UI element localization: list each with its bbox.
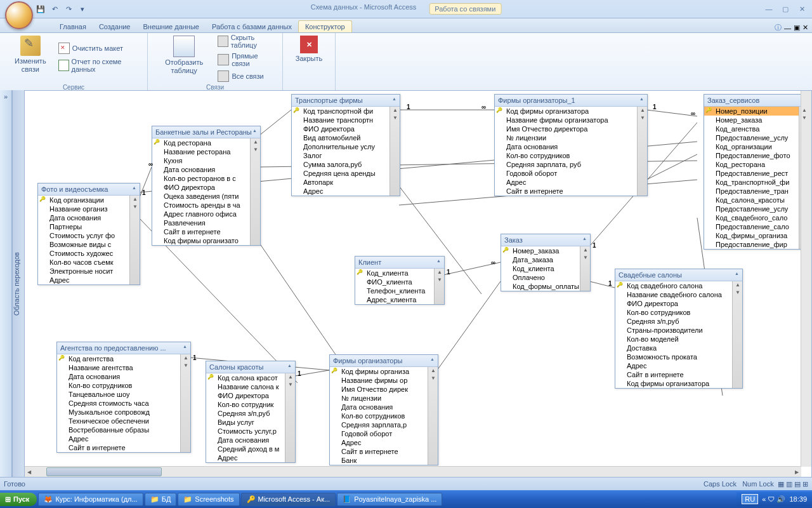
field[interactable]: Название транспортн [292,116,400,124]
field[interactable]: Средняя з/п,руб [615,317,742,326]
clear-layout-button[interactable]: Очистить макет [57,41,143,55]
task-folder-screenshots[interactable]: 📁Screenshots [178,493,239,506]
field[interactable]: Автопарк [292,178,400,187]
table-salon[interactable]: Салоны красотыКод салона красотНазвание … [206,361,296,463]
field[interactable]: Кол-во сотрудников [495,151,647,160]
field[interactable]: Код салона красот [206,373,295,382]
field[interactable]: Название свадебного салона [615,290,742,299]
field[interactable]: Код свадебного салона [615,281,742,290]
field[interactable]: Кол-во сотрудников [57,381,190,390]
table-header[interactable]: Заказ [501,234,590,246]
field[interactable]: Сайт в интернете [152,227,260,236]
field[interactable]: Телефон_клиента [355,286,444,295]
field[interactable]: Дата основания [495,142,647,151]
field[interactable]: Имя Отчество директора [495,124,647,133]
field[interactable]: Электронные носит [38,267,140,276]
field[interactable]: Адрес [330,438,438,447]
field[interactable]: Кол-во ресторанов в с [152,174,260,183]
field[interactable]: Возможность проката [615,352,742,361]
field[interactable]: Виды услуг [206,418,295,427]
field[interactable]: Предоставление_фото [704,151,809,160]
field[interactable]: Дата_заказа [501,255,590,264]
field[interactable]: Код_свадебного_сало [704,213,809,222]
lang-indicator[interactable]: RU [742,494,758,504]
field[interactable]: Код транспортной фи [292,107,400,116]
table-client[interactable]: КлиентКод_клиентаФИО_клиентаТелефон_клие… [355,256,445,305]
field[interactable]: Средняя зарплата,р [330,420,438,429]
field[interactable]: Кол-во сотрудник [206,400,295,409]
field[interactable]: Название организ [38,204,140,213]
undo-icon[interactable]: ↶ [48,3,61,15]
field[interactable]: Код ресторана [152,138,260,147]
view-buttons[interactable]: ▦ ▥ ▤ ⊞ [778,480,808,488]
field[interactable]: Кол-во часов съемк [38,258,140,267]
field[interactable]: Дата основания [330,403,438,411]
field[interactable]: Стоимость услуг,р [206,427,295,436]
field[interactable]: Оцека заведения (пяти [152,192,260,201]
field[interactable]: Код фирмы организато [152,236,260,245]
task-access[interactable]: 🔑Microsoft Access - Ак... [241,493,336,506]
field[interactable]: Предоставление_фир [704,240,809,249]
field[interactable]: Сумма залога,руб [292,160,400,169]
redo-icon[interactable]: ↷ [62,3,75,15]
task-word[interactable]: 📘Poyasnitelnaya_zapiska ... [337,493,442,506]
field[interactable]: Код_формы_оплаты [501,282,590,291]
doc-close-icon[interactable]: ✕ [802,23,808,32]
nav-pane-label[interactable]: Область переходов [12,90,24,478]
field[interactable]: Дата основания [152,165,260,174]
field[interactable]: Адрес [292,187,400,196]
all-relations-button[interactable]: Все связи [216,69,278,83]
field[interactable]: Банк [330,456,438,465]
field[interactable]: Средняя зарплата, руб [495,160,647,169]
table-header[interactable]: Агентства по предоставлению ... [57,342,190,354]
field[interactable]: № лицензии [495,133,647,142]
table-header[interactable]: Заказ_сервисов [704,95,809,107]
hide-table-button[interactable]: Скрыть таблицу [216,32,278,50]
save-icon[interactable]: 💾 [34,3,47,15]
field[interactable]: Залог [292,151,400,160]
field[interactable]: Адрес [206,453,295,462]
help-icon[interactable]: ⓘ [775,23,782,32]
field[interactable]: Кухня [152,156,260,165]
table-agency[interactable]: Агентства по предоставлению ...Код агент… [56,342,191,453]
field[interactable]: Имя Отчество дирек [330,385,438,394]
field[interactable]: Стоимость художес [38,249,140,258]
show-table-button[interactable]: Отобразить таблицу [152,34,216,81]
field[interactable]: Сайт в интернете [330,447,438,456]
field[interactable]: Адрес [615,361,742,370]
table-header[interactable]: Фирмы организаторы_1 [495,95,647,107]
field[interactable]: Адрес [495,178,647,187]
table-header[interactable]: Фото и видеосъемка [38,184,140,196]
table-header[interactable]: Фирмы организаторы [330,355,438,367]
table-header[interactable]: Банкетные залы и Рестораны [152,126,260,138]
field[interactable]: Название салона к [206,382,295,391]
field[interactable]: Код_фирмы_организа [704,231,809,240]
tray-icons[interactable]: « 🛡 🔊 [762,495,785,504]
relationship-canvas[interactable]: Фото и видеосъемкаКод организацииНазвани… [24,90,812,478]
field[interactable]: Адрес [57,434,190,443]
field[interactable]: Кол-во сотрудников [615,308,742,317]
tab-dbtools[interactable]: Работа с базами данных [206,21,298,32]
direct-relations-button[interactable]: Прямые связи [216,51,278,69]
edit-relations-button[interactable]: Изменить связи [4,34,57,81]
field[interactable]: Сайт в интернете [495,187,647,196]
field[interactable]: Средняя з/п,руб [206,409,295,418]
table-transport[interactable]: Транспортые фирмыКод транспортной фиНазв… [291,94,400,196]
start-button[interactable]: ⊞Пуск [0,493,37,506]
field[interactable]: Возможные виды с [38,240,140,249]
table-firms1[interactable]: Фирмы организаторы_1Код фирмы организато… [494,94,648,196]
field[interactable]: Доставка [615,344,742,352]
vertical-scrollbar[interactable] [801,91,811,467]
field[interactable]: Дата основания [38,213,140,222]
table-photo[interactable]: Фото и видеосъемкаКод организацииНазвани… [37,183,140,285]
field[interactable]: Предоставление_сало [704,222,809,231]
field[interactable]: Предоставление_рест [704,169,809,178]
field[interactable]: Код агентства [57,354,190,363]
field[interactable]: Оплачено [501,273,590,282]
field[interactable]: Стоимость услуг фо [38,231,140,240]
field[interactable]: Средний доход в м [206,444,295,453]
field[interactable]: ФИО директора [292,124,400,133]
minimize-icon[interactable]: — [761,4,776,14]
field[interactable]: Название ресторана [152,147,260,156]
horizontal-scrollbar[interactable] [25,466,801,477]
